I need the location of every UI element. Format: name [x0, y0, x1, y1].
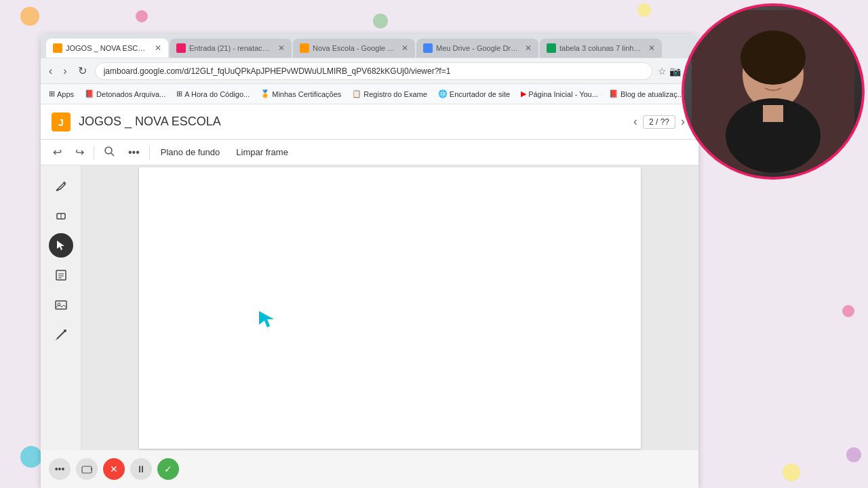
- bookmark-apps[interactable]: ⊞ Apps: [46, 88, 77, 100]
- bottom-bar: ••• ✕ ⏸ ✓: [41, 450, 698, 488]
- hora-codigo-label: A Hora do Código...: [184, 90, 250, 98]
- svg-rect-13: [56, 301, 66, 309]
- encurtador-icon: 🌐: [438, 89, 448, 98]
- cert-label: Minhas Certificações: [272, 90, 341, 98]
- check-button[interactable]: ✓: [157, 458, 179, 480]
- svg-marker-8: [57, 241, 64, 250]
- youtube-label: Página Inicial - You...: [528, 90, 598, 98]
- zoom-icon: [104, 146, 115, 157]
- page-indicator: 2 / ??: [643, 115, 675, 129]
- tab-jogos[interactable]: JOGOS _ NOVA ESCOLA - Goo... ✕: [46, 39, 168, 58]
- url-text: jamboard.google.com/d/12GLf_fqUuQPkApJPH…: [104, 66, 451, 76]
- tab2-label: Entrada (21) - renatacapovill...: [189, 44, 272, 52]
- eraser-icon: [54, 209, 68, 222]
- url-bar[interactable]: jamboard.google.com/d/12GLf_fqUuQPkApJPH…: [95, 62, 652, 80]
- nav-arrows: ‹ 2 / ?? ›: [631, 112, 688, 131]
- background-button[interactable]: Plano de fundo: [155, 144, 225, 160]
- tab3-close[interactable]: ✕: [401, 43, 408, 53]
- camera-button[interactable]: [76, 458, 98, 480]
- detonados-label: Detonados Arquiva...: [96, 90, 165, 98]
- bookmark-icon[interactable]: ☆: [658, 66, 667, 77]
- svg-line-15: [57, 331, 65, 339]
- encurtador-label: Encurtador de site: [450, 90, 510, 98]
- tab4-close[interactable]: ✕: [525, 43, 532, 53]
- more-options-button[interactable]: •••: [49, 458, 71, 480]
- canvas-white[interactable]: [139, 167, 641, 449]
- app-title: JOGOS _ NOVA ESCOLA: [79, 115, 623, 129]
- svg-point-2: [105, 147, 112, 154]
- laser-tool-button[interactable]: [49, 323, 73, 347]
- registro-icon: 📋: [352, 89, 361, 98]
- more-button[interactable]: •••: [124, 144, 144, 161]
- zoom-button[interactable]: [100, 143, 119, 162]
- tab2-close[interactable]: ✕: [278, 43, 285, 53]
- undo-button[interactable]: ↩: [49, 143, 66, 161]
- svg-point-27: [778, 70, 786, 79]
- webcam-overlay: [682, 3, 865, 180]
- canvas-area[interactable]: [81, 165, 698, 450]
- person-silhouette: [692, 10, 854, 173]
- svg-point-26: [760, 70, 768, 79]
- blog-label: Blog de atualizaç...: [620, 90, 684, 98]
- pen-icon: [54, 179, 68, 192]
- image-icon: [54, 298, 68, 312]
- bookmark-detonados[interactable]: 📕 Detonados Arquiva...: [82, 88, 168, 100]
- bookmark-blog[interactable]: 📕 Blog de atualizaç...: [606, 88, 686, 100]
- sticky-tool-button[interactable]: [49, 263, 73, 287]
- svg-text:J: J: [58, 117, 64, 128]
- camera-icon[interactable]: 📷: [669, 66, 681, 77]
- bookmark-registro[interactable]: 📋 Registro do Exame: [349, 88, 430, 100]
- close-button[interactable]: ✕: [103, 458, 125, 480]
- cursor-arrow-icon: [258, 310, 278, 329]
- tab-entrada[interactable]: Entrada (21) - renatacapovill... ✕: [170, 39, 292, 58]
- eraser-tool-button[interactable]: [49, 203, 73, 228]
- cursor-pointer: [258, 310, 278, 331]
- tab-tabela[interactable]: tabela 3 colunas 7 linhas - Pe... ✕: [540, 39, 662, 58]
- image-tool-button[interactable]: [49, 293, 73, 317]
- pause-button[interactable]: ⏸: [130, 458, 152, 480]
- tab-novaescola[interactable]: Nova Escola - Google Jambo... ✕: [293, 39, 415, 58]
- toolbar-separator-1: [94, 146, 94, 159]
- apps-icon: ⊞: [49, 89, 55, 98]
- tab1-close[interactable]: ✕: [155, 43, 161, 53]
- tab3-label: Nova Escola - Google Jambo...: [313, 44, 395, 52]
- tab-drive[interactable]: Meu Drive - Google Drive ✕: [416, 39, 538, 58]
- app-container: J JOGOS _ NOVA ESCOLA ‹ 2 / ?? › ↩ ↪ •••: [41, 104, 698, 488]
- clear-button[interactable]: Limpar frame: [231, 144, 294, 160]
- bookmarks-bar: ⊞ Apps 📕 Detonados Arquiva... ⊞ A Hora d…: [41, 84, 698, 104]
- tool-sidebar: [41, 165, 81, 450]
- laser-icon: [54, 328, 68, 342]
- youtube-icon: ▶: [521, 89, 526, 98]
- prev-frame-button[interactable]: ‹: [631, 112, 640, 131]
- svg-point-16: [64, 329, 66, 332]
- select-icon: [55, 239, 67, 251]
- camera-icon: [81, 464, 92, 474]
- tab5-close[interactable]: ✕: [648, 43, 655, 53]
- bookmark-hora-codigo[interactable]: ⊞ A Hora do Código...: [174, 88, 252, 100]
- browser-window: JOGOS _ NOVA ESCOLA - Goo... ✕ Entrada (…: [41, 34, 698, 488]
- tab5-favicon: [547, 43, 556, 53]
- detonados-icon: 📕: [85, 89, 94, 98]
- pen-tool-button[interactable]: [49, 174, 73, 198]
- forward-button[interactable]: ›: [60, 64, 69, 79]
- jamboard-logo: J: [52, 113, 71, 131]
- reload-button[interactable]: ↻: [75, 63, 90, 79]
- svg-rect-19: [82, 466, 92, 473]
- back-button[interactable]: ‹: [46, 64, 55, 79]
- select-tool-button[interactable]: [49, 233, 73, 258]
- tab5-label: tabela 3 colunas 7 linhas - Pe...: [559, 44, 642, 52]
- svg-line-3: [111, 153, 114, 156]
- bookmark-youtube[interactable]: ▶ Página Inicial - You...: [518, 88, 601, 100]
- svg-line-17: [56, 339, 57, 340]
- bookmark-certificacoes[interactable]: 🏅 Minhas Certificações: [258, 88, 344, 100]
- address-bar: ‹ › ↻ jamboard.google.com/d/12GLf_fqUuQP…: [41, 58, 698, 84]
- tab3-favicon: [300, 43, 309, 53]
- app-header: J JOGOS _ NOVA ESCOLA ‹ 2 / ?? ›: [41, 104, 698, 140]
- blog-icon: 📕: [609, 89, 618, 98]
- toolbar-separator-2: [149, 146, 150, 159]
- bookmark-encurtador[interactable]: 🌐 Encurtador de site: [435, 88, 513, 100]
- tab-bar: JOGOS _ NOVA ESCOLA - Goo... ✕ Entrada (…: [41, 34, 698, 58]
- registro-label: Registro do Exame: [363, 90, 427, 98]
- svg-rect-25: [763, 105, 783, 122]
- redo-button[interactable]: ↪: [71, 143, 88, 161]
